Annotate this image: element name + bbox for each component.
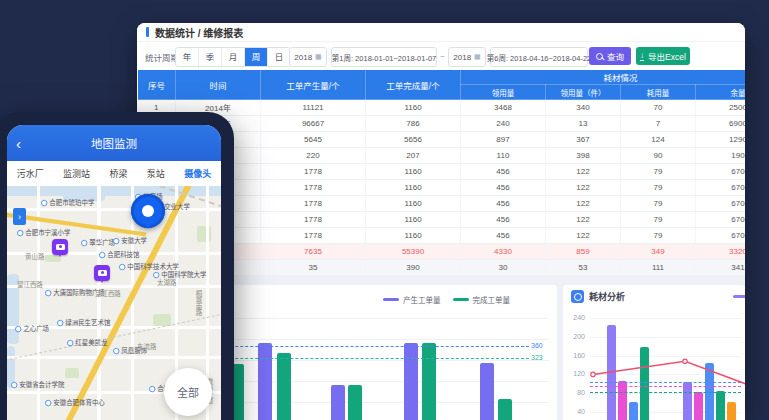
reference-line-label: 323 (531, 354, 549, 361)
table-cell: 456 (461, 180, 546, 196)
poi-dot-icon (45, 289, 51, 295)
bar-完成工单量[interactable] (422, 343, 436, 420)
phone-tab-1[interactable]: 监测站 (63, 167, 90, 180)
table-cell: 4330 (461, 244, 546, 260)
material-bar[interactable] (618, 381, 627, 420)
range-start-input[interactable]: 第1周: 2018-01-01~2018-01-07 (331, 47, 437, 67)
table-cell: 670 (696, 180, 746, 196)
map-label-text: 安徽大学 (121, 236, 147, 245)
material-bar[interactable] (727, 402, 736, 420)
y-axis-tick: 160 (565, 352, 585, 359)
bar-完成工单量[interactable] (348, 385, 362, 420)
map-label-text: 绿洲民生艺术馆 (65, 318, 110, 327)
year-end-value: 2018 (453, 53, 471, 62)
table-cell: 1778 (261, 180, 366, 196)
year-end-select[interactable]: 2018 ▦ (448, 47, 486, 67)
table-cell: 456 (461, 212, 546, 228)
table-cell: 5656 (366, 132, 461, 148)
column-header-3: 工单完成量/个 (366, 70, 461, 100)
table-cell: 53 (546, 260, 621, 276)
poi-dot-icon (153, 271, 159, 277)
filter-bar: 统计周期: 年季月周日 2018 ▦ 第1周: 2018-01-01~2018-… (137, 41, 745, 70)
camera-pin[interactable] (52, 239, 68, 255)
table-cell: 35 (261, 260, 366, 276)
table-cell: 1778 (261, 228, 366, 244)
show-all-button[interactable]: 全部 (164, 368, 212, 416)
table-cell: 1160 (366, 100, 461, 116)
material-bar[interactable] (694, 392, 703, 420)
material-bar[interactable] (683, 382, 692, 420)
bar-产生工单量[interactable] (331, 385, 345, 420)
period-option-1[interactable]: 季 (199, 48, 222, 66)
range-end-input[interactable]: 第6周: 2018-04-16~2018-04-22 (490, 47, 588, 67)
table-cell: 340 (546, 100, 621, 116)
table-cell: 3468 (461, 100, 546, 116)
material-bar[interactable] (716, 391, 725, 420)
table-cell: 398 (546, 148, 621, 164)
reference-line (590, 386, 741, 387)
y-axis-tick: 200 (565, 333, 585, 340)
poi-dot-icon (113, 237, 119, 243)
map-label: 合肥市琥珀中学 (41, 198, 94, 207)
table-cell: 897 (461, 132, 546, 148)
period-option-4[interactable]: 日 (268, 48, 290, 66)
map-label-text: 合肥市宁溪小学 (25, 228, 70, 237)
table-cell: 90 (621, 148, 696, 164)
bar-完成工单量[interactable] (498, 399, 512, 420)
phone-header: ‹ 地图监测 (7, 125, 221, 161)
column-header-0: 序号 (138, 70, 176, 100)
map-label: 合肥科技馆 (99, 250, 139, 259)
bar-完成工单量[interactable] (277, 353, 291, 420)
table-cell: 6900 (696, 116, 746, 132)
material-chart-title-text: 耗材分析 (589, 290, 625, 303)
table-cell: 79 (621, 164, 696, 180)
map-expander-button[interactable]: › (13, 208, 26, 225)
map-label: 之心广场 (15, 324, 49, 333)
column-header-1: 时间 (176, 70, 261, 100)
map-label-text: 合肥科技馆 (107, 250, 139, 259)
column-header-2: 工单产生量/个 (261, 70, 366, 100)
period-option-3[interactable]: 周 (245, 48, 268, 66)
sub-column-header-2: 耗用量 (621, 85, 696, 100)
search-button[interactable]: 查询 (589, 47, 631, 65)
table-cell: 1778 (261, 196, 366, 212)
y-axis-tick: 240 (565, 314, 585, 321)
table-cell: 456 (461, 164, 546, 180)
map-label: 黄山路 (25, 252, 44, 261)
camera-pin[interactable] (94, 265, 110, 281)
selected-location-pin[interactable] (131, 194, 165, 228)
table-cell: 367 (546, 132, 621, 148)
bar-产生工单量[interactable] (258, 343, 272, 420)
bar-产生工单量[interactable] (480, 363, 494, 420)
map-label: 东流路 (137, 342, 156, 351)
phone-tab-0[interactable]: 污水厂 (17, 167, 44, 180)
phone-tab-2[interactable]: 桥梁 (109, 167, 127, 180)
period-option-2[interactable]: 月 (222, 48, 245, 66)
table-cell: 341 (696, 260, 746, 276)
breadcrumb: 数据统计 / 维修报表 (137, 23, 745, 41)
map-label-text: 合肥市琥珀中学 (49, 198, 94, 207)
export-button-label: 导出Excel (648, 50, 686, 62)
map-label-text: 望江西路 (95, 289, 121, 298)
phone-tab-4[interactable]: 摄像头 (184, 167, 211, 180)
legend-label: 产生工单量 (403, 294, 441, 305)
material-bar[interactable] (640, 347, 649, 420)
export-excel-button[interactable]: ↓ 导出Excel (636, 47, 690, 65)
phone-tab-3[interactable]: 泵站 (147, 167, 165, 180)
table-cell: 30 (461, 260, 546, 276)
bar-产生工单量[interactable] (404, 343, 418, 420)
table-cell: 456 (461, 228, 546, 244)
table-cell: 79 (621, 196, 696, 212)
calendar-icon: ▦ (315, 53, 322, 61)
year-start-select[interactable]: 2018 ▦ (289, 47, 327, 67)
map-canvas[interactable]: 体育场安徽交业大学合肥市琥珀中学合肥市宁溪小学翠华广场安徽大学合肥科技馆中国科学… (7, 186, 221, 420)
back-icon[interactable]: ‹ (16, 136, 21, 151)
material-bar[interactable] (629, 402, 638, 420)
poi-dot-icon (119, 263, 125, 269)
material-bar[interactable] (607, 325, 616, 420)
y-axis-tick: 80 (565, 389, 585, 396)
map-label-text: 红星美凯龙 (75, 338, 107, 347)
search-button-label: 查询 (607, 50, 624, 62)
period-option-0[interactable]: 年 (176, 48, 199, 66)
pie-chart-icon (571, 290, 584, 303)
